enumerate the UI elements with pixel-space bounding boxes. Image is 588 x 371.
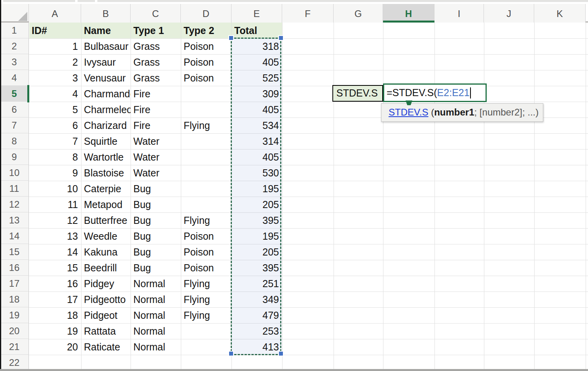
cell-A13[interactable]: 12 — [29, 212, 81, 228]
cell-D17[interactable]: Flying — [181, 276, 231, 292]
cell-C7[interactable]: Fire — [131, 117, 181, 133]
cell-B7[interactable]: Charizard — [82, 117, 131, 133]
cell-A21[interactable]: 20 — [29, 339, 81, 355]
cell-C14[interactable]: Bug — [131, 228, 181, 244]
row-header-5[interactable]: 5 — [0, 86, 29, 102]
selection-handle-bottom-left[interactable] — [229, 352, 233, 356]
cell-B1[interactable]: Name — [82, 23, 131, 38]
cell-C1[interactable]: Type 1 — [131, 23, 181, 38]
row-header-16[interactable]: 16 — [0, 260, 29, 276]
cell-B17[interactable]: Pidgey — [82, 276, 131, 292]
cell-B9[interactable]: Wartortle — [82, 149, 131, 165]
formula-editing-cell-H5[interactable]: =STDEV.S(E2:E21 — [383, 83, 487, 102]
cell-C11[interactable]: Bug — [131, 181, 181, 197]
selection-handle-top-left[interactable] — [229, 36, 233, 40]
cell-D14[interactable]: Poison — [181, 228, 231, 244]
cell-A14[interactable]: 13 — [29, 228, 81, 244]
cell-D8[interactable] — [181, 133, 231, 149]
cell-D11[interactable] — [181, 181, 231, 197]
cell-A20[interactable]: 19 — [29, 323, 81, 339]
cell-C17[interactable]: Normal — [131, 276, 181, 292]
row-header-7[interactable]: 7 — [0, 117, 29, 133]
cell-C8[interactable]: Water — [131, 133, 181, 149]
row-header-4[interactable]: 4 — [0, 70, 29, 86]
cell-B8[interactable]: Squirtle — [82, 133, 131, 149]
cell-D3[interactable]: Poison — [181, 54, 231, 70]
column-header-G[interactable]: G — [334, 4, 383, 23]
row-header-18[interactable]: 18 — [0, 292, 29, 307]
selection-handle-top-right[interactable] — [279, 36, 283, 40]
column-header-E[interactable]: E — [231, 4, 282, 23]
cell-A11[interactable]: 10 — [29, 181, 81, 197]
cell-B10[interactable]: Blastoise — [82, 165, 131, 181]
tooltip-function-link[interactable]: STDEV.S — [389, 107, 429, 117]
column-header-I[interactable]: I — [434, 4, 484, 23]
cell-B16[interactable]: Beedrill — [82, 260, 131, 276]
cell-A15[interactable]: 14 — [29, 244, 81, 260]
cell-A16[interactable]: 15 — [29, 260, 81, 276]
cell-D21[interactable] — [181, 339, 231, 355]
cell-C20[interactable]: Normal — [131, 323, 181, 339]
row-header-3[interactable]: 3 — [0, 54, 29, 70]
cell-B6[interactable]: Charmeleon — [82, 102, 131, 117]
row-header-20[interactable]: 20 — [0, 323, 29, 339]
column-header-C[interactable]: C — [131, 4, 181, 23]
cell-A3[interactable]: 2 — [29, 54, 81, 70]
cell-A9[interactable]: 8 — [29, 149, 81, 165]
cell-C3[interactable]: Grass — [131, 54, 181, 70]
cell-C13[interactable]: Bug — [131, 212, 181, 228]
cell-B12[interactable]: Metapod — [82, 197, 131, 212]
cell-D6[interactable] — [181, 102, 231, 117]
column-header-D[interactable]: D — [181, 4, 231, 23]
column-header-J[interactable]: J — [484, 4, 534, 23]
cell-B14[interactable]: Weedle — [82, 228, 131, 244]
row-header-2[interactable]: 2 — [0, 38, 29, 54]
column-header-B[interactable]: B — [81, 4, 131, 23]
cell-A12[interactable]: 11 — [29, 197, 81, 212]
cell-E1[interactable]: Total — [232, 23, 282, 38]
column-header-F[interactable]: F — [282, 4, 334, 23]
cell-C19[interactable]: Normal — [131, 307, 181, 323]
row-header-22[interactable]: 22 — [0, 355, 29, 371]
cell-B19[interactable]: Pidgeot — [82, 307, 131, 323]
cell-B20[interactable]: Rattata — [82, 323, 131, 339]
cell-C12[interactable]: Bug — [131, 197, 181, 212]
cell-C18[interactable]: Normal — [131, 292, 181, 307]
cell-A18[interactable]: 17 — [29, 292, 81, 307]
cell-B21[interactable]: Raticate — [82, 339, 131, 355]
cell-C2[interactable]: Grass — [131, 38, 181, 54]
row-header-15[interactable]: 15 — [0, 244, 29, 260]
cell-B15[interactable]: Kakuna — [82, 244, 131, 260]
cell-A2[interactable]: 1 — [29, 38, 81, 54]
cell-C15[interactable]: Bug — [131, 244, 181, 260]
column-header-H[interactable]: H — [383, 4, 434, 23]
cell-D15[interactable]: Poison — [181, 244, 231, 260]
cell-C6[interactable]: Fire — [131, 102, 181, 117]
cell-A10[interactable]: 9 — [29, 165, 81, 181]
cell-C4[interactable]: Grass — [131, 70, 181, 86]
column-header-K[interactable]: K — [534, 4, 586, 23]
cell-D2[interactable]: Poison — [181, 38, 231, 54]
cell-D20[interactable] — [181, 323, 231, 339]
cell-D1[interactable]: Type 2 — [181, 23, 231, 38]
row-header-21[interactable]: 21 — [0, 339, 29, 355]
cell-D13[interactable]: Flying — [181, 212, 231, 228]
cell-D4[interactable]: Poison — [181, 70, 231, 86]
cell-B4[interactable]: Venusaur — [82, 70, 131, 86]
cell-A17[interactable]: 16 — [29, 276, 81, 292]
cell-C16[interactable]: Bug — [131, 260, 181, 276]
row-header-17[interactable]: 17 — [0, 276, 29, 292]
selection-handle-bottom-right[interactable] — [279, 352, 283, 356]
cell-D7[interactable]: Flying — [181, 117, 231, 133]
row-header-10[interactable]: 10 — [0, 165, 29, 181]
cell-C10[interactable]: Water — [131, 165, 181, 181]
cell-B11[interactable]: Caterpie — [82, 181, 131, 197]
cell-A7[interactable]: 6 — [29, 117, 81, 133]
cell-B3[interactable]: Ivysaur — [82, 54, 131, 70]
cell-B2[interactable]: Bulbasaur — [82, 38, 131, 54]
cell-D18[interactable]: Flying — [181, 292, 231, 307]
cell-D5[interactable] — [181, 86, 231, 102]
cell-C21[interactable]: Normal — [131, 339, 181, 355]
column-header-A[interactable]: A — [29, 4, 81, 23]
cell-G5[interactable]: STDEV.S — [332, 85, 383, 102]
